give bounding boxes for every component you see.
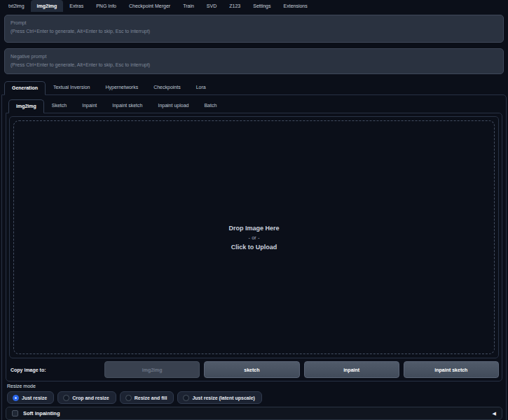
top-tab-z123[interactable]: Z123 [223,0,247,12]
dropzone-or-text: - or - [249,234,260,241]
top-tab-img2img[interactable]: img2img [31,0,64,12]
image-upload-block: Drop Image Here - or - Click to Upload [9,116,499,358]
tab-lora[interactable]: Lora [188,80,214,94]
tab-textual-inversion[interactable]: Textual Inversion [46,80,98,94]
top-tab-train[interactable]: Train [177,0,200,12]
subtab-inpaint-sketch[interactable]: Inpaint sketch [104,99,150,113]
soft-inpainting-accordion[interactable]: Soft inpainting ◀ [6,407,502,420]
negative-prompt-input[interactable] [4,48,504,74]
top-tab-checkpoint-merger[interactable]: Checkpoint Merger [123,0,177,12]
collapse-arrow-icon[interactable]: ◀ [493,411,496,416]
copy-to-inpaint-button[interactable]: inpaint [304,361,399,378]
img2img-panel: Drop Image Here - or - Click to Upload C… [6,113,502,382]
subtab-sketch[interactable]: Sketch [44,99,74,113]
image-dropzone[interactable]: Drop Image Here - or - Click to Upload [13,120,495,354]
resize-option-crop-and-resize[interactable]: Crop and resize [57,391,116,404]
generation-tab-group: Generation Textual Inversion Hypernetwor… [1,80,507,420]
img2img-tab-group: img2img Sketch Inpaint Inpaint sketch In… [6,99,502,382]
top-tab-extensions[interactable]: Extensions [277,0,314,12]
top-tab-txt2img[interactable]: txt2img [2,0,31,12]
soft-inpainting-checkbox[interactable] [12,410,18,416]
top-tab-png-info[interactable]: PNG Info [90,0,123,12]
copy-to-img2img-button[interactable]: img2img [104,361,200,378]
resize-option-label: Just resize [22,396,47,400]
resize-mode-label: Resize mode [7,384,502,389]
main-tab-bar: txt2img img2img Extras PNG Info Checkpoi… [0,0,508,12]
resize-option-latent-upscale[interactable]: Just resize (latent upscale) [177,391,261,404]
resize-option-just-resize[interactable]: Just resize [7,391,54,404]
copy-to-sketch-button[interactable]: sketch [204,361,299,378]
tab-hypernetworks[interactable]: Hypernetworks [97,80,146,94]
prompt-input[interactable] [4,15,504,43]
copy-to-inpaint-sketch-button[interactable]: inpaint sketch [404,361,499,378]
resize-option-label: Crop and resize [72,396,109,400]
radio-unchecked-icon [125,395,132,401]
top-tab-svd[interactable]: SVD [200,0,223,12]
top-tab-settings[interactable]: Settings [247,0,277,12]
soft-inpainting-label: Soft inpainting [23,410,60,416]
tab-checkpoints[interactable]: Checkpoints [146,80,188,94]
resize-option-label: Just resize (latent upscale) [192,396,254,400]
subtab-inpaint[interactable]: Inpaint [74,99,104,113]
img2img-tab-nav: img2img Sketch Inpaint Inpaint sketch In… [6,99,502,113]
subtab-img2img[interactable]: img2img [8,99,44,113]
resize-option-label: Resize and fill [135,396,167,400]
dropzone-upload-text: Click to Upload [231,244,277,251]
tab-generation[interactable]: Generation [4,81,46,95]
prompt-box [4,15,504,43]
resize-mode-block: Resize mode Just resize Crop and resize … [6,384,502,404]
copy-image-to-label: Copy image to: [9,368,100,372]
top-tab-extras[interactable]: Extras [63,0,90,12]
copy-image-to-row: Copy image to: img2img sketch inpaint in… [9,361,499,378]
resize-option-resize-and-fill[interactable]: Resize and fill [120,391,174,404]
radio-unchecked-icon [183,395,189,401]
radio-unchecked-icon [63,395,69,401]
radio-checked-icon [13,395,19,401]
subtab-batch[interactable]: Batch [196,99,224,113]
generation-tab-nav: Generation Textual Inversion Hypernetwor… [1,80,507,94]
negative-prompt-box [4,48,504,74]
dropzone-drop-text: Drop Image Here [228,225,279,232]
generation-panel: img2img Sketch Inpaint Inpaint sketch In… [1,94,507,420]
resize-mode-options: Just resize Crop and resize Resize and f… [7,391,502,404]
subtab-inpaint-upload[interactable]: Inpaint upload [150,99,196,113]
